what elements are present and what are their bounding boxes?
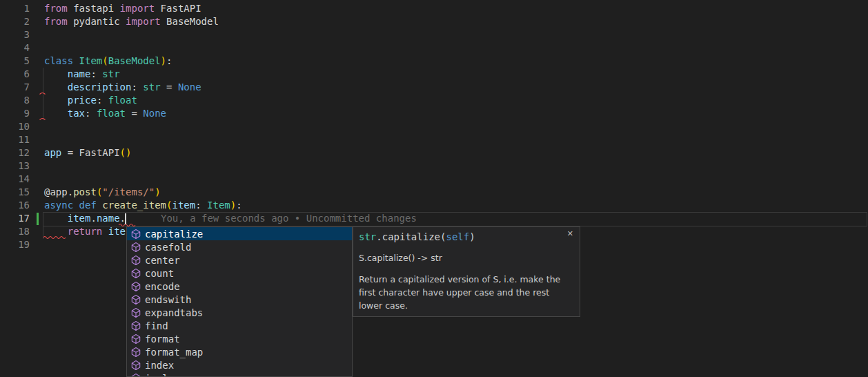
line-number: 4 (0, 41, 30, 55)
code-line: 11 (0, 133, 868, 146)
code-token: None (178, 81, 201, 93)
line-number: 5 (0, 55, 30, 68)
code-token: : (131, 81, 143, 93)
code-token: Item (207, 200, 230, 211)
code-token: ite (108, 226, 126, 237)
method-icon (130, 360, 141, 371)
code-text: name: str (30, 68, 120, 81)
line-number: 13 (0, 160, 30, 173)
suggestion-label: find (145, 320, 168, 331)
code-token (44, 108, 68, 119)
suggestion-item-index[interactable]: index (127, 358, 352, 371)
code-token: import (126, 16, 166, 27)
gutter-modified-indicator (37, 213, 39, 225)
method-icon (130, 320, 141, 331)
error-squiggle (39, 91, 46, 95)
line-number: 16 (0, 199, 30, 212)
code-text: class Item(BaseModel): (30, 55, 172, 68)
code-token (44, 213, 68, 224)
code-line: 10 (0, 120, 868, 133)
code-line: 2from pydantic import BaseModel (0, 15, 868, 28)
suggestion-label: expandtabs (145, 307, 203, 318)
suggestion-item-expandtabs[interactable]: expandtabs (127, 306, 352, 319)
code-token (44, 68, 68, 79)
code-token: item (172, 200, 195, 211)
docs-signature: str.capitalize(self) (359, 231, 574, 244)
suggestion-item-encode[interactable]: encode (127, 280, 352, 293)
code-token: return (68, 226, 108, 237)
code-line: 3 (0, 28, 868, 41)
code-token: ) (230, 200, 236, 211)
code-token: BaseModel (166, 16, 219, 27)
method-icon (130, 281, 141, 292)
code-text: price: float (30, 94, 137, 107)
code-line: 4 (0, 41, 868, 55)
code-editor: { "editor": { "active_line": 17, "blame_… (0, 0, 868, 377)
code-line: 14 (0, 173, 868, 186)
code-token: : (195, 200, 207, 211)
suggestion-label: encode (145, 281, 180, 292)
code-token: async def (44, 200, 102, 211)
suggestion-label: capitalize (145, 229, 203, 240)
line-number: 8 (0, 94, 30, 107)
method-icon (130, 347, 141, 358)
method-icon (130, 268, 141, 279)
suggestion-item-format_map[interactable]: format_map (127, 345, 352, 358)
code-token: "/items/" (102, 186, 155, 197)
autocomplete-dropdown: capitalizecasefoldcentercountencodeendsw… (126, 226, 353, 377)
code-token: fastapi (73, 3, 119, 14)
code-token: from (44, 16, 73, 27)
code-text: @app.post("/items/") (30, 186, 161, 199)
code-text: item.name. (30, 212, 126, 225)
line-number: 1 (0, 2, 30, 15)
suggestion-item-center[interactable]: center (127, 253, 352, 267)
code-lines: 1from fastapi import FastAPI2from pydant… (0, 2, 868, 251)
code-line: 16async def create_item(item: Item): (0, 199, 868, 212)
line-number: 9 (0, 107, 30, 120)
code-token: FastAPI (79, 147, 120, 158)
code-token: None (143, 108, 166, 119)
suggestion-item-find[interactable]: find (127, 319, 352, 332)
line-number: 12 (0, 146, 30, 160)
code-token: price (68, 95, 97, 106)
code-text (30, 41, 44, 55)
line-number: 11 (0, 133, 30, 146)
code-token: item (68, 213, 91, 224)
code-text (30, 173, 44, 186)
line-number: 7 (0, 81, 30, 94)
method-icon (130, 294, 141, 305)
code-token: = (126, 108, 143, 119)
code-token: : (236, 200, 241, 211)
code-token: .capitalize( (376, 231, 446, 242)
suggestion-item-format[interactable]: format (127, 332, 352, 345)
suggestion-item-casefold[interactable]: casefold (127, 240, 352, 253)
line-number: 19 (0, 238, 30, 251)
suggestion-label: center (145, 255, 180, 266)
code-token: import (120, 3, 161, 14)
method-icon (130, 307, 141, 318)
line-number: 17 (0, 212, 30, 225)
suggestion-item-capitalize[interactable]: capitalize (127, 227, 352, 240)
line-number: 18 (0, 225, 30, 238)
code-token: : (166, 55, 172, 66)
code-token: pydantic (73, 16, 126, 27)
suggestion-item-isalnum[interactable]: isalnum (127, 371, 352, 377)
code-token: name (68, 68, 91, 79)
code-token (44, 95, 68, 106)
code-text: description: str = None (30, 81, 201, 94)
line-number: 2 (0, 15, 30, 28)
code-token: BaseModel (108, 55, 161, 66)
suggestion-label: endswith (145, 294, 191, 305)
suggestion-docs-panel: str.capitalize(self) ✕ S.capitalize() ->… (353, 226, 580, 317)
suggestion-label: isalnum (145, 373, 186, 377)
code-token: : (97, 95, 108, 106)
suggestion-item-endswith[interactable]: endswith (127, 293, 352, 306)
suggestion-label: count (145, 268, 174, 279)
line-number: 6 (0, 68, 30, 81)
close-icon[interactable]: ✕ (567, 229, 573, 238)
code-line: 8 price: float (0, 94, 868, 107)
code-line: 15@app.post("/items/") (0, 186, 868, 199)
line-number: 3 (0, 28, 30, 41)
suggestion-item-count[interactable]: count (127, 267, 352, 280)
code-line: 5class Item(BaseModel): (0, 55, 868, 68)
